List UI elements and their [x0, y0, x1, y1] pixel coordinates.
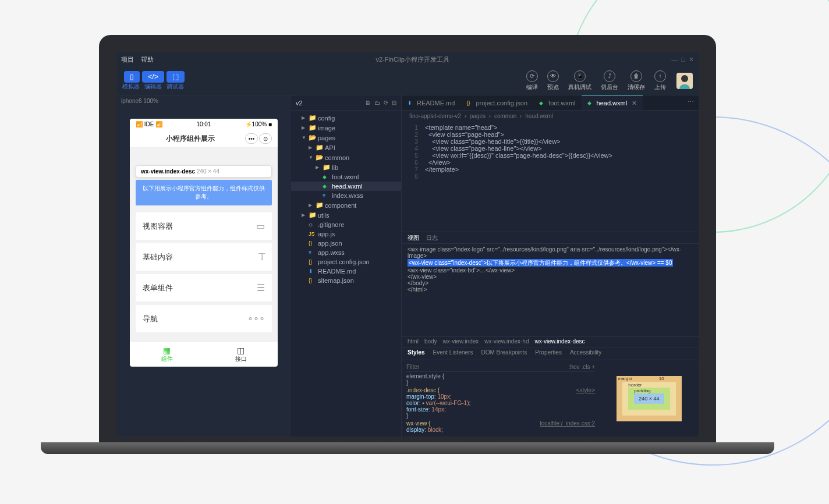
- background-button[interactable]: ⤴切后台: [601, 70, 618, 91]
- refresh-icon[interactable]: ⟳: [384, 100, 388, 106]
- list-item[interactable]: 基础内容𝕋: [136, 243, 272, 271]
- folder-common[interactable]: ▼📂common: [291, 152, 401, 162]
- capsule-menu[interactable]: •••: [245, 133, 258, 144]
- view-tab[interactable]: 视图: [408, 234, 419, 242]
- remote-debug-button[interactable]: 📱真机调试: [568, 70, 591, 91]
- file-source[interactable]: localfile:/_index.css:2: [540, 420, 596, 427]
- crumb-hd[interactable]: wx-view.index-hd: [484, 338, 529, 346]
- devtools-subtabs: 视图 日志: [402, 232, 699, 243]
- tab-head-wxml[interactable]: ◆head.wxml✕: [582, 95, 643, 110]
- tab-properties[interactable]: Properties: [535, 349, 562, 358]
- box-content: 240 × 44: [634, 393, 664, 404]
- file-app-wxss[interactable]: #app.wxss: [291, 248, 401, 257]
- file-app-json[interactable]: {}app.json: [291, 239, 401, 248]
- preview-button[interactable]: 👁预览: [547, 70, 559, 91]
- breadcrumb: fino-applet-demo-v2 › pages › common › h…: [402, 111, 699, 122]
- menu-project[interactable]: 项目: [121, 55, 134, 64]
- ide-screen: 项目 帮助 v2-FinClip小程序开发工具 — □ ✕ ▯ </> ⬚ 模拟…: [116, 52, 699, 436]
- device-info: iphone6 100%: [116, 95, 291, 108]
- avatar[interactable]: [676, 73, 693, 89]
- collapse-icon[interactable]: ⊟: [392, 100, 396, 106]
- crumb-body[interactable]: body: [424, 338, 437, 346]
- tab-more-icon[interactable]: ⋯: [683, 95, 699, 110]
- clear-cache-button[interactable]: 🗑清缓存: [628, 70, 645, 91]
- tab-event-listeners[interactable]: Event Listeners: [433, 349, 473, 358]
- inspector-tooltip: wx-view.index-desc 240 × 44: [136, 165, 272, 178]
- wxss-icon: #: [309, 250, 316, 255]
- filter-input[interactable]: Filter: [406, 364, 419, 370]
- folder-config[interactable]: ▶📁config: [291, 113, 401, 123]
- folder-pages[interactable]: ▼📂pages: [291, 133, 401, 143]
- main-area: iphone6 100% 📶 IDE 📶 10:01 ⚡100% ■ 小程序组件…: [116, 95, 699, 436]
- file-sitemap[interactable]: {}sitemap.json: [291, 276, 401, 285]
- file-head-wxml[interactable]: ◆head.wxml: [291, 182, 401, 191]
- debugger-btn[interactable]: ⬚: [166, 71, 185, 83]
- tab-dom-breakpoints[interactable]: DOM Breakpoints: [481, 349, 527, 358]
- compile-button[interactable]: ⟳编译: [526, 70, 538, 91]
- simulator-panel: iphone6 100% 📶 IDE 📶 10:01 ⚡100% ■ 小程序组件…: [116, 95, 291, 436]
- md-icon: ⬇: [309, 268, 316, 274]
- tab-accessibility[interactable]: Accessibility: [570, 349, 601, 358]
- crumb-desc[interactable]: wx-view.index-desc: [534, 338, 584, 346]
- titlebar: 项目 帮助 v2-FinClip小程序开发工具 — □ ✕: [116, 52, 699, 66]
- folder-utils[interactable]: ▶📁utils: [291, 210, 401, 220]
- tab-project-config[interactable]: {}project.config.json: [460, 95, 533, 110]
- folder-icon: 📁: [309, 211, 316, 219]
- folder-icon: 📂: [309, 134, 316, 141]
- file-readme[interactable]: ⬇README.md: [291, 267, 401, 276]
- tab-close-icon[interactable]: ✕: [632, 100, 637, 107]
- close-icon[interactable]: ✕: [689, 56, 694, 63]
- upload-button[interactable]: ↑上传: [654, 70, 666, 91]
- minimize-icon[interactable]: —: [671, 56, 678, 63]
- file-project-config[interactable]: {}project.config.json: [291, 257, 401, 267]
- dom-breadcrumb: html body wx-view.index wx-view.index-hd…: [402, 336, 699, 347]
- folder-api[interactable]: ▶📁API: [291, 143, 401, 152]
- folder-icon: 📂: [316, 154, 323, 161]
- box-model: margin 10 border padding 240 × 44: [600, 360, 699, 436]
- simulator-btn[interactable]: ▯: [124, 71, 140, 83]
- file-foot-wxml[interactable]: ◆foot.wxml: [291, 172, 401, 182]
- crumb-html[interactable]: html: [408, 338, 419, 346]
- hov-toggle[interactable]: :hov: [569, 364, 580, 370]
- app-title: 小程序组件展示: [166, 134, 215, 144]
- grid-icon: ▦: [133, 346, 200, 355]
- folder-image[interactable]: ▶📁image: [291, 123, 401, 133]
- styles-panel: Filter :hov .cls + element.style { } <st…: [402, 360, 699, 436]
- text-icon: 𝕋: [258, 251, 265, 262]
- tab-foot-wxml[interactable]: ◆foot.wxml: [533, 95, 581, 110]
- folder-icon: 📁: [316, 144, 323, 151]
- new-file-icon[interactable]: 🗎: [365, 100, 371, 106]
- folder-lib[interactable]: ▶📁lib: [291, 162, 401, 172]
- list-item[interactable]: 视图容器▭: [136, 212, 272, 240]
- container-icon: ▭: [256, 221, 265, 232]
- wxss-icon: #: [323, 193, 330, 198]
- api-icon: ◫: [207, 346, 274, 355]
- signal-icon: 📶 IDE 📶: [136, 121, 162, 127]
- cls-toggle[interactable]: .cls: [581, 364, 590, 370]
- file-index-wxss[interactable]: #index.wxss: [291, 191, 401, 200]
- tab-readme[interactable]: ⬇README.md: [402, 95, 460, 110]
- capsule-close[interactable]: ⊙: [259, 133, 272, 144]
- menu-help[interactable]: 帮助: [141, 55, 154, 64]
- new-folder-icon[interactable]: 🗀: [374, 100, 380, 106]
- file-gitignore[interactable]: ◇.gitignore: [291, 220, 401, 229]
- folder-component[interactable]: ▶📁component: [291, 200, 401, 210]
- log-tab[interactable]: 日志: [426, 234, 438, 242]
- list-item[interactable]: 表单组件☰: [136, 274, 272, 301]
- editor-btn[interactable]: </>: [142, 71, 164, 83]
- js-icon: JS: [309, 231, 316, 237]
- code-editor[interactable]: 1<template name="head"> 2 <view class="p…: [402, 122, 699, 182]
- tab-styles[interactable]: Styles: [408, 349, 424, 358]
- toolbar: ▯ </> ⬚ 模拟器 编辑器 调试器 ⟳编译 👁预览 📱真机调试 ⤴切后台 🗑…: [116, 66, 699, 95]
- tab-api[interactable]: ◫接口: [204, 342, 278, 367]
- tab-components[interactable]: ▦组件: [130, 342, 204, 367]
- crumb-index[interactable]: wx-view.index: [443, 338, 479, 346]
- dom-inspector[interactable]: <wx-image class="index-logo" src="../res…: [402, 243, 699, 336]
- maximize-icon[interactable]: □: [681, 56, 685, 63]
- list-item[interactable]: 导航∘∘∘: [136, 305, 272, 332]
- style-source[interactable]: <style>: [576, 387, 595, 393]
- add-rule-icon[interactable]: +: [591, 364, 595, 370]
- highlighted-element[interactable]: 以下用展示小程序官方组件能力，组件样式仅供参考。: [136, 180, 272, 205]
- file-app-js[interactable]: JSapp.js: [291, 229, 401, 239]
- wxml-icon: ◆: [587, 100, 594, 106]
